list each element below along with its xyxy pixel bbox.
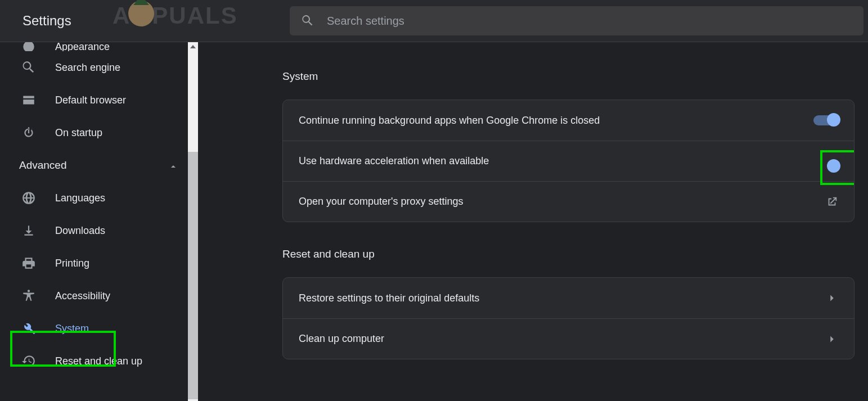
row-label: Open your computer's proxy settings: [299, 196, 464, 208]
row-label: Continue running background apps when Go…: [299, 115, 600, 127]
app-header: Settings A PUALS: [0, 0, 868, 42]
sidebar-item-default-browser[interactable]: Default browser: [0, 84, 198, 116]
sidebar-item-printing[interactable]: Printing: [0, 247, 198, 280]
open-external-icon: [826, 196, 838, 208]
scrollbar-thumb[interactable]: [188, 152, 198, 399]
printer-icon: [21, 256, 36, 271]
row-background-apps[interactable]: Continue running background apps when Go…: [283, 100, 854, 141]
browser-window-icon: [21, 93, 36, 107]
scrollbar-up-icon[interactable]: [190, 43, 196, 50]
accessibility-icon: [21, 289, 36, 303]
row-label: Use hardware acceleration when available: [299, 155, 489, 167]
sidebar-item-label: Accessibility: [55, 290, 110, 302]
sidebar-advanced-label: Advanced: [19, 159, 67, 172]
sidebar-advanced-header[interactable]: Advanced: [0, 149, 198, 182]
section-title-system: System: [282, 70, 868, 83]
sidebar-item-languages[interactable]: Languages: [0, 182, 198, 214]
watermark-text-left: A: [113, 2, 131, 29]
sidebar-item-label: Languages: [55, 192, 105, 204]
caret-up-icon: [169, 162, 176, 169]
highlight-system-sidebar: [10, 331, 116, 367]
search-settings-input[interactable]: [327, 15, 852, 28]
page-title: Settings: [0, 13, 71, 29]
watermark-logo: A PUALS: [113, 2, 238, 29]
sidebar-item-label: On startup: [55, 127, 102, 139]
settings-main: System Continue running background apps …: [198, 42, 868, 401]
power-icon: [21, 125, 36, 140]
sidebar-item-label: Appearance: [55, 42, 110, 51]
row-proxy-settings[interactable]: Open your computer's proxy settings: [283, 181, 854, 222]
sidebar-item-search-engine[interactable]: Search engine: [0, 51, 198, 84]
sidebar-item-label: Default browser: [55, 94, 126, 106]
search-icon: [21, 60, 36, 75]
sidebar-item-label: Search engine: [55, 62, 120, 74]
download-icon: [21, 223, 36, 238]
appearance-icon: [21, 42, 36, 51]
row-label: Restore settings to their original defau…: [299, 292, 479, 304]
chevron-right-icon: [826, 333, 838, 345]
settings-sidebar: Appearance Search engine Default browser…: [0, 42, 198, 401]
sidebar-item-appearance[interactable]: Appearance: [0, 42, 198, 51]
section-title-reset: Reset and clean up: [282, 248, 868, 260]
search-icon: [301, 14, 314, 28]
watermark-text-right: PUALS: [152, 2, 237, 29]
reset-card: Restore settings to their original defau…: [282, 277, 854, 359]
toggle-background-apps[interactable]: [813, 115, 838, 125]
sidebar-item-on-startup[interactable]: On startup: [0, 116, 198, 149]
system-card: Continue running background apps when Go…: [282, 100, 854, 222]
sidebar-item-label: Downloads: [55, 225, 105, 237]
sidebar-item-downloads[interactable]: Downloads: [0, 214, 198, 247]
sidebar-item-accessibility[interactable]: Accessibility: [0, 280, 198, 312]
sidebar-item-label: Printing: [55, 258, 89, 269]
row-hardware-acceleration[interactable]: Use hardware acceleration when available: [283, 141, 854, 181]
row-clean-up-computer[interactable]: Clean up computer: [283, 318, 854, 359]
svg-point-0: [23, 42, 34, 51]
row-label: Clean up computer: [299, 333, 384, 345]
globe-icon: [21, 191, 36, 205]
watermark-mascot-icon: [128, 1, 154, 26]
chevron-right-icon: [826, 292, 838, 304]
search-settings-box[interactable]: [290, 6, 863, 35]
row-restore-defaults[interactable]: Restore settings to their original defau…: [283, 278, 854, 318]
